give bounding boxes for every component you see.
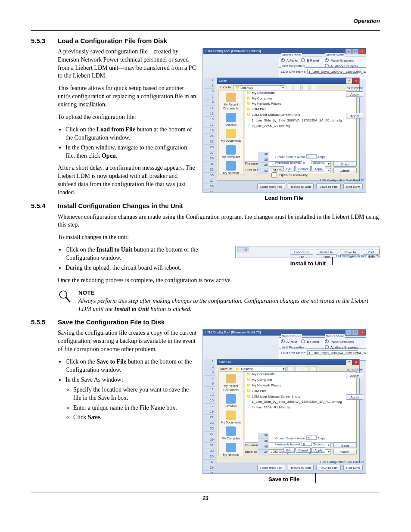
close-icon[interactable]: × (359, 330, 365, 335)
places-item[interactable]: My Computer (219, 145, 243, 159)
footer-button-row: Load from FileInstall to UnitSave to Fil… (257, 465, 363, 470)
apply-button[interactable]: Apply (346, 91, 363, 97)
exit-now-button[interactable]: Exit Now (343, 465, 363, 470)
section-553-body: A previously saved configuration file—cr… (58, 48, 380, 202)
unit-name-input[interactable]: 1_Line_SbyS_300KVA_135F225A_1A (307, 69, 358, 74)
ground-current-input[interactable]: 0 (306, 436, 317, 440)
edit-button[interactable]: Edit (283, 447, 295, 453)
a-panel-radio[interactable] (281, 58, 285, 62)
cancel-button[interactable]: Cancel (296, 447, 311, 453)
install-to-unit-button[interactable]: Install to Unit (316, 249, 337, 255)
leader-line (275, 192, 275, 202)
file-list-file[interactable]: 1_Line_Side_by_Side_300KVA_135F225A_1A_R… (245, 118, 356, 124)
help-icon[interactable]: ? (346, 360, 352, 365)
apply-button[interactable]: Apply (346, 113, 363, 118)
file-list-file[interactable]: In_line_225A_R1.ldm.cfg (245, 405, 356, 411)
breaker-number-column: 1357911131517192123252729313335373941 (204, 359, 215, 474)
load-from-file-button[interactable]: Load from File (257, 184, 285, 189)
breaker-number: 27 (204, 432, 215, 437)
select-view-group: Select View Panel Breakers Auxiliary Bre… (323, 337, 366, 349)
places-item[interactable]: My Documents (219, 129, 243, 143)
open-button[interactable]: Open (333, 161, 357, 167)
hysteresis-input[interactable]: 0 (302, 442, 312, 446)
apply-button[interactable]: Apply (346, 373, 363, 378)
places-item[interactable]: My Recent Documents (219, 93, 243, 111)
install-to-unit-button[interactable]: Install to Unit (288, 465, 314, 470)
exit-now-button[interactable]: Exit Now (343, 184, 363, 189)
section-number: 5.5.3 (31, 37, 58, 45)
places-item[interactable]: Desktop (219, 113, 243, 127)
file-list[interactable]: My DocumentsMy ComputerMy Network Places… (245, 371, 357, 443)
readonly-checkbox[interactable] (271, 172, 277, 178)
file-list-folder[interactable]: My Documents (245, 90, 356, 96)
close-icon[interactable]: × (359, 49, 365, 54)
apply-button[interactable]: Apply (311, 166, 325, 171)
a-panel-radio[interactable] (281, 339, 285, 343)
section-number: 5.5.4 (31, 202, 58, 210)
breaker-number: 42 (258, 168, 269, 174)
minimize-icon[interactable]: – (346, 330, 352, 335)
cancel-button[interactable]: Cancel (333, 449, 357, 454)
select-view-group: Select View Panel Breakers Auxiliary Bre… (323, 56, 366, 68)
list-item: Enter a unique name in the File Name box… (73, 404, 197, 412)
restricted-label: as restricted (347, 86, 363, 90)
install-to-unit-button[interactable]: Install to Unit (288, 184, 314, 189)
places-item[interactable]: My Computer (219, 426, 243, 440)
save-button[interactable]: Save (333, 442, 357, 448)
panel-breakers-radio[interactable] (325, 339, 329, 343)
file-list-folder[interactable]: My Computer (245, 96, 356, 102)
load-from-file-button[interactable]: Load from File (257, 465, 285, 470)
breaker-number: 3 (204, 364, 215, 370)
maximize-icon[interactable]: □ (352, 330, 358, 335)
apply-button[interactable]: Apply (311, 447, 325, 453)
ground-current-input[interactable]: 0 (306, 154, 317, 159)
file-list[interactable]: My DocumentsMy ComputerMy Network Places… (245, 90, 357, 162)
places-item[interactable]: My Recent Documents (219, 374, 243, 392)
section-553-heading: 5.5.3 Load a Configuration File from Dis… (31, 37, 380, 45)
minimize-icon[interactable]: – (346, 49, 352, 54)
svg-line-1 (66, 297, 70, 302)
bullet-list: Click on the Load from File button at th… (58, 126, 197, 160)
save-to-file-button[interactable]: Save to File (316, 465, 340, 470)
hysteresis-input[interactable]: 0 (302, 160, 312, 164)
file-list-file[interactable]: 1_Line_Side_by_Side_300KVA_135F225A_1A_R… (245, 399, 356, 405)
breaker-number: 23 (204, 139, 215, 145)
breaker-number: 13 (204, 111, 215, 117)
file-list-folder[interactable]: My Documents (245, 372, 356, 377)
cancel-button[interactable]: Cancel (296, 166, 311, 171)
close-icon[interactable]: × (353, 360, 359, 365)
places-item[interactable]: My Network (219, 443, 243, 457)
section-title: Install Configuration Changes in the Uni… (58, 202, 183, 210)
close-icon[interactable]: × (353, 78, 359, 84)
footer-rule (31, 492, 380, 492)
apply-button[interactable]: Apply (346, 394, 363, 400)
breaker-number: 29 (204, 437, 215, 443)
file-list-folder[interactable]: My Network Places (245, 101, 356, 107)
help-icon[interactable]: ? (346, 78, 352, 84)
file-list-folder[interactable]: LDM User Manual ScreenShots (245, 112, 356, 118)
b-panel-radio[interactable] (301, 58, 305, 62)
file-list-folder[interactable]: LDM Pics (245, 107, 356, 112)
places-item[interactable]: My Network (219, 161, 243, 175)
breaker-number: 19 (204, 128, 215, 134)
file-list-folder[interactable]: LDM User Manual ScreenShots (245, 394, 356, 400)
group-label: Select View (325, 53, 345, 58)
file-list-folder[interactable]: LDM Pics (245, 389, 356, 394)
edit-button[interactable]: Edit (283, 166, 295, 171)
file-list-folder[interactable]: My Computer (245, 377, 356, 383)
cancel-button[interactable]: Cancel (333, 168, 357, 173)
places-item[interactable]: My Documents (219, 411, 243, 424)
file-list-folder[interactable]: My Network Places (245, 383, 356, 389)
file-list-file[interactable]: In_line_225A_R1.ldm.cfg (245, 124, 356, 129)
b-panel-radio[interactable] (301, 339, 305, 343)
breaker-number: 21 (204, 415, 215, 420)
save-to-file-button[interactable]: Save to File (316, 184, 340, 189)
breaker-number: 5 (204, 89, 215, 94)
alarm-settings: Ground Current Alarm: 0 AmpsHysteresis I… (275, 154, 325, 171)
panel-breakers-radio[interactable] (325, 58, 329, 62)
load-from-file-button[interactable]: Load from File (290, 249, 313, 255)
footer-button-row: Load from FileInstall to UnitSave to Fil… (257, 184, 363, 189)
maximize-icon[interactable]: □ (352, 49, 358, 54)
unit-name-input[interactable]: 1_Line_SbyS_300KVA_135F225A_1A (307, 350, 358, 355)
places-item[interactable]: Desktop (219, 394, 243, 408)
